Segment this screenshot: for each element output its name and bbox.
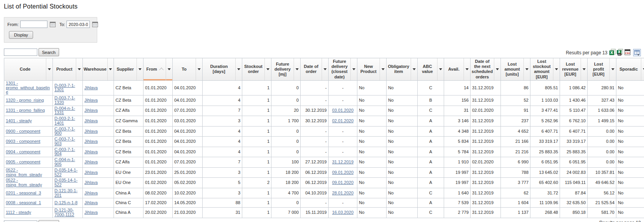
product-link[interactable]: D-035-14-1-522 [54, 168, 77, 177]
filter-dropdown-icon[interactable] [553, 58, 560, 80]
filter-dropdown-icon[interactable] [196, 58, 202, 80]
code-link[interactable]: 1331 - promo_falling [6, 108, 45, 113]
warehouse-link[interactable]: Jihlava [84, 85, 98, 90]
column-chooser-icon[interactable] [633, 49, 641, 56]
to-date-input[interactable] [66, 21, 90, 28]
display-button[interactable]: Display [9, 31, 33, 39]
filter-dropdown-icon[interactable] [166, 58, 172, 80]
search-button[interactable]: Search [38, 48, 59, 56]
product-link[interactable]: C-003-7-1-900 [54, 127, 75, 136]
filter-dropdown-icon[interactable] [264, 58, 271, 80]
calendar-icon[interactable] [92, 21, 98, 27]
warehouse-link[interactable]: Jihlava [84, 180, 98, 185]
warehouse-link[interactable]: Jihlava [84, 191, 98, 195]
from-date-input[interactable] [20, 21, 47, 28]
filter-dropdown-icon[interactable] [350, 58, 357, 80]
column-header-avail[interactable]: Avail. [444, 58, 471, 81]
product-link[interactable]: D-035-14-1-522 [54, 178, 77, 187]
product-link[interactable]: D-003-7-1-1301 [54, 83, 75, 92]
column-header-from[interactable]: From [144, 58, 173, 81]
future_delivery_closest-link[interactable]: 09.01.2020 [332, 170, 354, 175]
column-header-lost_profit[interactable]: Lost profit [EUR] [588, 58, 616, 81]
column-header-duration[interactable]: Duration [days] [203, 58, 242, 81]
column-header-new_product[interactable]: New Product [357, 58, 387, 81]
column-header-warehouse[interactable]: Warehouse [83, 58, 114, 81]
code-link[interactable]: 0905 - component [6, 160, 40, 164]
table-search-input[interactable] [4, 49, 37, 56]
warehouse-link[interactable]: Jihlava [84, 210, 98, 215]
future_delivery_closest-link[interactable]: 09.01.2020 [332, 180, 354, 185]
filter-dropdown-icon[interactable] [46, 58, 52, 80]
code-link[interactable]: 0903 - component [6, 139, 40, 144]
column-header-sporadic[interactable]: Sporadic [616, 58, 644, 81]
results-per-page-value[interactable]: 13 [602, 50, 607, 56]
search-button-bottom[interactable]: Search [38, 220, 59, 222]
future_delivery_closest-link[interactable]: 02.01.2020 [332, 118, 354, 123]
product-link[interactable]: D-121-30-7000-1112 [54, 208, 74, 217]
code-link[interactable]: 0900 - component [6, 129, 40, 134]
future_delivery_closest-link[interactable]: 03.01.2020 [332, 108, 354, 113]
column-header-lost_amount[interactable]: Lost amount [units] [501, 58, 530, 81]
results-per-page-value[interactable]: 13 [636, 220, 641, 222]
column-header-supplier[interactable]: Supplier [114, 58, 144, 81]
product-link[interactable]: D-125-n-1-8 [54, 200, 77, 205]
calendar-icon[interactable] [50, 21, 56, 27]
filter-dropdown-icon[interactable] [76, 58, 82, 80]
column-header-to[interactable]: To [173, 58, 203, 81]
column-header-product[interactable]: Product [53, 58, 83, 81]
filter-dropdown-icon[interactable] [609, 58, 616, 80]
code-link[interactable]: 1301 - promo_without_baseline [6, 81, 50, 95]
code-link[interactable]: 0522 - rising_from_steady [6, 178, 42, 187]
code-link[interactable]: 0201 - seasonal_3 [6, 191, 41, 195]
filter-dropdown-icon[interactable] [494, 58, 500, 80]
warehouse-link[interactable]: Jihlava [84, 170, 98, 175]
table-search-input-bottom[interactable] [4, 220, 37, 222]
code-link[interactable]: 0008 - seasonal_1 [6, 200, 41, 205]
product-link[interactable]: D-003-2-1-1401 [54, 116, 75, 125]
column-header-code[interactable]: Code [4, 58, 53, 81]
column-header-lost_revenue[interactable]: Lost revenue [EUR] [560, 58, 588, 81]
warehouse-link[interactable]: Jihlava [84, 129, 98, 134]
code-link[interactable]: 1320 - promo_rising [6, 98, 44, 102]
excel-xls-export-icon[interactable]: X [609, 49, 616, 56]
filter-dropdown-icon[interactable] [235, 58, 242, 80]
product-link[interactable]: C-003-7-1-903 [54, 137, 75, 146]
warehouse-link[interactable]: Jihlava [84, 149, 98, 154]
excel-xlsx-export-icon[interactable]: X07 [617, 49, 623, 56]
column-header-next_scheduled[interactable]: Date of the next scheduled orders [471, 58, 501, 81]
product-link[interactable]: D-004-n-1-1331 [54, 106, 75, 115]
product-link[interactable]: C-004-n-1-905 [54, 157, 75, 166]
warehouse-link[interactable]: Jihlava [84, 108, 98, 113]
column-header-future_delivery_mj[interactable]: Future delivery [mj] [271, 58, 301, 81]
code-link[interactable]: 1401 - steady [6, 118, 32, 123]
warehouse-link[interactable]: Jihlava [84, 160, 98, 164]
column-header-future_delivery_closest[interactable]: Future delivery (closest date) [329, 58, 357, 81]
code-link[interactable]: 0904 - component [6, 149, 40, 154]
future_delivery_closest-link[interactable]: 28.01.2020 [332, 191, 354, 195]
filter-dropdown-icon[interactable] [136, 58, 143, 80]
warehouse-link[interactable]: Jihlava [84, 98, 98, 102]
filter-dropdown-icon[interactable] [294, 58, 300, 80]
column-header-lost_stockout_amount[interactable]: Lost stockout amount [EUR] [530, 58, 560, 81]
product-link[interactable]: D-003-7-1-1320 [54, 95, 75, 105]
warehouse-link[interactable]: Jihlava [84, 200, 98, 205]
product-link[interactable]: D-121-30-1-201 [54, 188, 77, 198]
column-header-stockout_order[interactable]: Stockout order [242, 58, 271, 81]
warehouse-link[interactable]: Jihlava [84, 139, 98, 144]
filter-dropdown-icon[interactable] [380, 58, 386, 80]
future_delivery_closest-link[interactable]: 16.03.2020 [332, 210, 354, 215]
filter-dropdown-icon[interactable] [464, 58, 470, 80]
filter-dropdown-icon[interactable] [107, 58, 114, 80]
column-header-abc_value[interactable]: ABC value [418, 58, 444, 81]
future_delivery_closest-link[interactable]: 31.12.2019 [332, 160, 354, 164]
product-link[interactable]: C-003-7-1-904 [54, 147, 75, 156]
csv-export-icon[interactable]: CSV [624, 49, 631, 56]
filter-dropdown-icon[interactable] [322, 58, 328, 80]
filter-dropdown-icon[interactable] [411, 58, 417, 80]
code-link[interactable]: 0522 - rising_from_steady [6, 168, 42, 177]
filter-dropdown-icon[interactable] [437, 58, 444, 80]
warehouse-link[interactable]: Jihlava [84, 118, 98, 123]
filter-dropdown-icon[interactable] [641, 58, 644, 80]
column-header-obligatory_item[interactable]: Obligatory item [387, 58, 418, 81]
filter-dropdown-icon[interactable] [581, 58, 587, 80]
